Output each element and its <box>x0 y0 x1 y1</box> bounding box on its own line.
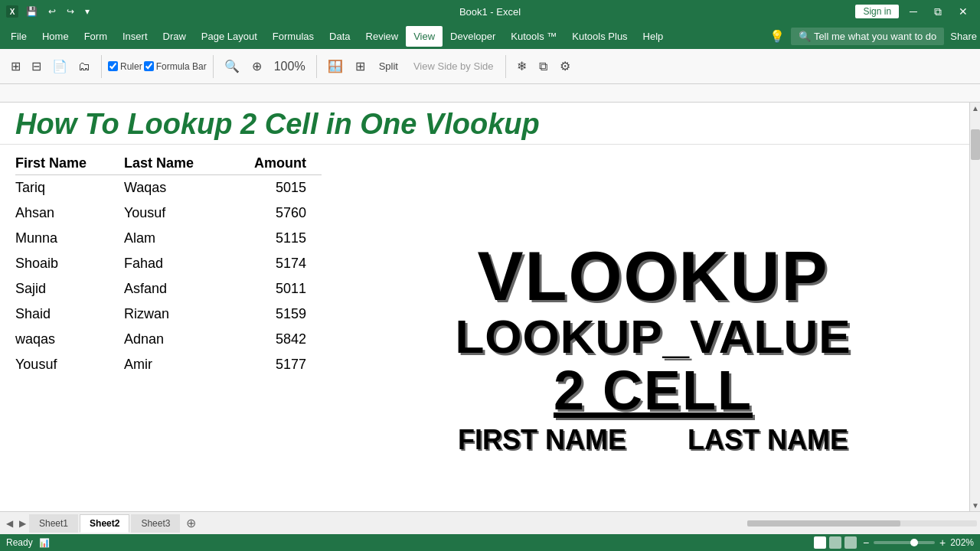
cell-firstname-1[interactable]: Ahsan <box>15 201 124 226</box>
split-button[interactable]: Split <box>373 57 404 75</box>
add-sheet-button[interactable]: ⊕ <box>181 516 201 530</box>
menu-review[interactable]: Review <box>358 26 407 47</box>
menu-developer[interactable]: Developer <box>443 26 503 47</box>
data-table-section: First Name Last Name Amount Tariq Waqas … <box>0 145 337 511</box>
cell-firstname-3[interactable]: Shoaib <box>15 251 124 276</box>
title-bar-right: Sign in ─ ⧉ ✕ <box>855 4 974 20</box>
macros-btn[interactable]: ⚙ <box>555 56 575 77</box>
formula-bar-checkbox-label[interactable]: Formula Bar <box>144 61 207 72</box>
tell-me-box[interactable]: 🔍 Tell me what you want to do <box>791 28 944 45</box>
restore-button[interactable]: ⧉ <box>928 4 948 20</box>
layout-view-icon[interactable] <box>829 536 841 549</box>
normal-view-btn[interactable]: ⊞ <box>6 56 25 77</box>
100pct-btn[interactable]: 100% <box>270 57 310 77</box>
cell-lastname-6[interactable]: Adnan <box>124 327 230 352</box>
save-button[interactable]: 💾 <box>23 5 41 18</box>
cell-amount-5[interactable]: 5159 <box>230 302 322 327</box>
tab-sheet3[interactable]: Sheet3 <box>131 514 180 533</box>
switchwin-icon: ⧉ <box>539 60 547 73</box>
spreadsheet: How To Lookup 2 Cell in One Vlookup Firs… <box>0 103 969 511</box>
cell-amount-6[interactable]: 5842 <box>230 327 322 352</box>
menu-data[interactable]: Data <box>322 26 358 47</box>
tab-sheet1[interactable]: Sheet1 <box>29 514 78 533</box>
page-layout-btn[interactable]: 📄 <box>47 56 72 77</box>
cell-amount-3[interactable]: 5174 <box>230 251 322 276</box>
menu-view[interactable]: View <box>406 26 443 47</box>
new-window-btn[interactable]: 🪟 <box>323 56 348 77</box>
view-side-by-side-button[interactable]: View Side by Side <box>407 57 500 75</box>
menu-kutools[interactable]: Kutools ™ <box>503 26 564 47</box>
cell-firstname-7[interactable]: Yousuf <box>15 352 124 377</box>
overlay-lastname: LAST NAME <box>688 424 848 456</box>
tab-scroll-right-btn[interactable]: ▶ <box>16 517 29 530</box>
excel-content: How To Lookup 2 Cell in One Vlookup Firs… <box>0 103 980 511</box>
menu-help[interactable]: Help <box>635 26 671 47</box>
scroll-down-btn[interactable]: ▼ <box>970 500 980 511</box>
cell-lastname-7[interactable]: Amir <box>124 352 230 377</box>
zoom-thumb[interactable] <box>910 539 918 546</box>
menu-kutools-plus[interactable]: Kutools Plus <box>564 26 635 47</box>
zoom-out-btn[interactable]: − <box>863 536 869 549</box>
menu-formulas[interactable]: Formulas <box>265 26 322 47</box>
sign-in-button[interactable]: Sign in <box>855 5 899 18</box>
share-button[interactable]: Share <box>950 31 977 42</box>
cell-lastname-4[interactable]: Asfand <box>124 276 230 302</box>
switch-windows-btn[interactable]: ⧉ <box>534 57 552 77</box>
menu-insert[interactable]: Insert <box>115 26 155 47</box>
workbook-views-group: ⊞ ⊟ 📄 🗂 <box>6 56 95 77</box>
cell-firstname-6[interactable]: waqas <box>15 327 124 352</box>
vertical-scrollbar[interactable]: ▲ ▼ <box>969 103 980 511</box>
formula-bar-checkbox[interactable] <box>144 61 154 71</box>
menu-draw[interactable]: Draw <box>155 26 194 47</box>
cell-amount-4[interactable]: 5011 <box>230 276 322 302</box>
tab-scroll-left-btn[interactable]: ◀ <box>3 517 16 530</box>
redo-button[interactable]: ↪ <box>64 5 77 18</box>
cell-amount-0[interactable]: 5015 <box>230 174 322 201</box>
zoom-selection-btn[interactable]: ⊕ <box>247 56 266 77</box>
title-bar-left: X 💾 ↩ ↪ ▾ <box>6 5 93 18</box>
cell-lastname-0[interactable]: Waqas <box>124 174 230 201</box>
newwindow-icon: 🪟 <box>328 59 343 73</box>
menu-form[interactable]: Form <box>77 26 115 47</box>
menu-home[interactable]: Home <box>34 26 77 47</box>
ruler-checkbox-label[interactable]: Ruler <box>108 61 142 72</box>
customize-qat-button[interactable]: ▾ <box>82 5 93 18</box>
freeze-icon: ❄ <box>517 59 527 73</box>
menu-pagelayout[interactable]: Page Layout <box>194 26 265 47</box>
normal-view-icon[interactable] <box>814 536 826 549</box>
hscroll-thumb[interactable] <box>747 520 900 527</box>
page-break-btn[interactable]: ⊟ <box>27 56 46 77</box>
cell-firstname-0[interactable]: Tariq <box>15 174 124 201</box>
cell-amount-2[interactable]: 5115 <box>230 226 322 251</box>
tab-sheet2[interactable]: Sheet2 <box>80 514 129 533</box>
cell-lastname-5[interactable]: Rizwan <box>124 302 230 327</box>
cell-amount-1[interactable]: 5760 <box>230 201 322 226</box>
ruler-checkbox[interactable] <box>108 61 118 71</box>
zoom-slider[interactable] <box>874 541 935 544</box>
scrollbar-thumb[interactable] <box>971 129 980 160</box>
menu-file[interactable]: File <box>3 26 34 47</box>
close-button[interactable]: ✕ <box>952 4 974 19</box>
cell-amount-7[interactable]: 5177 <box>230 352 322 377</box>
overlay-lookup-value: LOOKUP_VALUE <box>455 311 851 363</box>
normal-icon: ⊞ <box>11 59 21 73</box>
scroll-up-btn[interactable]: ▲ <box>970 103 980 114</box>
cell-lastname-1[interactable]: Yousuf <box>124 201 230 226</box>
cell-lastname-3[interactable]: Fahad <box>124 251 230 276</box>
cell-firstname-4[interactable]: Sajid <box>15 276 124 302</box>
minimize-button[interactable]: ─ <box>903 4 923 19</box>
arrange-all-btn[interactable]: ⊞ <box>351 56 370 77</box>
zoom-in-btn[interactable]: + <box>939 536 946 549</box>
undo-button[interactable]: ↩ <box>45 5 59 18</box>
freeze-btn[interactable]: ❄ <box>512 56 531 77</box>
pagebreak-view-icon[interactable] <box>844 536 857 549</box>
zoom-btn[interactable]: 🔍 <box>220 56 244 77</box>
horizontal-scrollbar[interactable] <box>747 520 977 527</box>
custom-views-btn[interactable]: 🗂 <box>74 57 95 77</box>
cell-firstname-2[interactable]: Munna <box>15 226 124 251</box>
window-title: Book1 - Excel <box>459 6 521 18</box>
show-group: Ruler Formula Bar <box>108 61 207 72</box>
cell-firstname-5[interactable]: Shaid <box>15 302 124 327</box>
col-header-amount: Amount <box>230 152 322 175</box>
cell-lastname-2[interactable]: Alam <box>124 226 230 251</box>
